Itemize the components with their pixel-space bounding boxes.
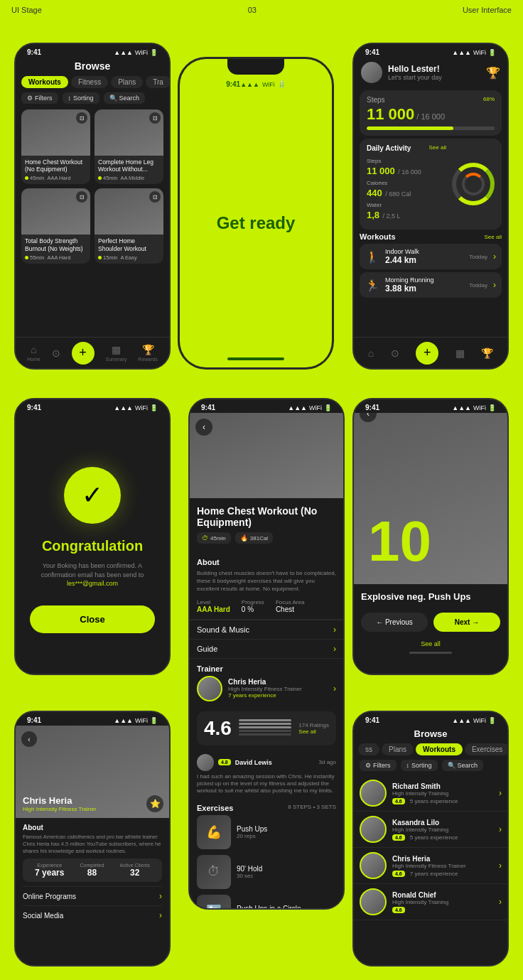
sound-music-row[interactable]: Sound & Music › (190, 620, 343, 639)
congrat-subtitle: Your Boking has been confirmed. A confir… (41, 562, 144, 578)
sorting-label-8: Sorting (411, 762, 432, 769)
see-all-daily[interactable]: See all (429, 144, 446, 155)
see-all-countdown[interactable]: See all (354, 639, 507, 649)
filters-btn[interactable]: ⚙ Filters (21, 92, 58, 104)
tab-tra[interactable]: Tra (146, 76, 169, 88)
completed-stat: Completed 88 (80, 863, 104, 878)
trainer-name-1: Richard Smith (392, 782, 493, 790)
tab-workouts[interactable]: Workouts (21, 76, 68, 88)
social-media-row[interactable]: Social Media › (23, 905, 162, 925)
tab-workouts2[interactable]: Workouts (416, 743, 463, 755)
rating-count: 174 Ratings (298, 722, 329, 728)
guide-row[interactable]: Guide › (190, 639, 343, 658)
workout-grid: ⊡ Home Chest Workout (No Equipment) 45mi… (16, 109, 169, 264)
experience-stat: Experience 7 years (35, 863, 64, 878)
congrat-title: Congratulation (42, 538, 143, 554)
online-programs-row[interactable]: Online Programs › (23, 886, 162, 905)
trainer-row[interactable]: Chris Heria High Intensity Fitness Train… (197, 676, 336, 701)
tab-ss[interactable]: ss (358, 743, 379, 755)
next-button[interactable]: Next → (433, 613, 500, 632)
ex-img-3: 🔄 (197, 895, 231, 908)
indoor-walk-item[interactable]: 🚶 Indoor Walk 2.44 km Todday › (360, 244, 502, 269)
countdown-controls: ← Previous Next → (354, 605, 507, 639)
exercise-3[interactable]: 🔄 Push Ups in a Circle 8 reps both direc… (197, 895, 336, 908)
nav-home-3[interactable]: ⌂ (368, 348, 374, 359)
workout-title-1: Home Chest Workout (No Equipment) (25, 158, 87, 173)
status-icons-5: ▲▲▲WiFi🔋 (288, 404, 332, 411)
sorting-btn-8[interactable]: ↕ Sorting (401, 760, 438, 771)
level-val: AAA Hard (197, 605, 230, 613)
status-icons-1: ▲▲▲WiFi🔋 (114, 49, 158, 56)
phone2-notch (227, 59, 284, 75)
workout-card-2[interactable]: ⊡ Complete Home Leg Workout Without... 4… (95, 109, 163, 184)
nav-home-label: Home (27, 357, 41, 362)
back-button-7[interactable]: ‹ (21, 731, 37, 747)
filters-btn-8[interactable]: ⚙ Filters (360, 760, 397, 771)
bookmark-1[interactable]: ⊡ (76, 112, 87, 124)
search-label-8: Search (458, 762, 478, 769)
indoor-walk-dist: 2.44 km (385, 255, 463, 265)
nav-home-1[interactable]: ⌂ Home (27, 344, 41, 362)
close-button[interactable]: Close (30, 605, 155, 633)
tab-fitness[interactable]: Fitness (71, 76, 108, 88)
chevron-t2: › (499, 824, 502, 834)
status-icons-8: ▲▲▲WiFi🔋 (452, 717, 496, 724)
nav-summary-1[interactable]: ▦ Summary (105, 344, 126, 362)
morning-run-item[interactable]: 🏃 Morning Running 3.88 km Todday › (360, 272, 502, 298)
trainer-avatar-4 (360, 888, 387, 915)
steps-sub-val: 11 000 (367, 166, 395, 176)
trainer-name-5: Chris Heria (228, 678, 328, 686)
nav-summary-3[interactable]: ▦ (455, 348, 465, 359)
trainer-hero: ‹ ⭐ Chris Heria High Intensity Fitness T… (16, 726, 169, 818)
trainer-item-2[interactable]: Kasandra Lilo High Intensity Training 4.… (354, 812, 507, 848)
nav-add-3[interactable]: + (416, 342, 438, 365)
status-bar-7: 9:41 ▲▲▲WiFi🔋 (16, 712, 169, 726)
bookmark-2[interactable]: ⊡ (149, 112, 161, 124)
workout-card-4[interactable]: ⊡ Perfect Home Shoulder Workout 15min A … (95, 188, 163, 263)
swipe-indicator (409, 652, 452, 654)
trainer-item-3[interactable]: Chris Heria High Intensity Fitness Train… (354, 848, 507, 884)
magnifier-icon: ⊙ (52, 348, 60, 359)
tab-plans2[interactable]: Plans (382, 743, 414, 755)
tab-plans[interactable]: Plans (111, 76, 143, 88)
review-text: I had such an amazing session with Chris… (197, 773, 336, 795)
search-btn[interactable]: 🔍 Search (104, 92, 146, 104)
chevron-t4: › (499, 897, 502, 907)
prev-button[interactable]: ← Previous (361, 613, 428, 632)
sort-icon: ↕ (68, 95, 72, 102)
reviewer-avatar (197, 754, 214, 771)
search-label: Search (119, 95, 140, 102)
cal-val: 440 (367, 188, 382, 198)
nav-search-3[interactable]: ⊙ (391, 348, 399, 359)
morning-run-name: Morning Running (385, 276, 463, 284)
completed-val: 88 (80, 868, 104, 878)
trainer-item-1[interactable]: Richard Smith High Intensity Training 4.… (354, 775, 507, 812)
status-icons-4: ▲▲▲WiFi🔋 (114, 404, 158, 411)
search-btn-8[interactable]: 🔍 Search (442, 760, 484, 771)
workouts-section-title: Workouts (360, 232, 396, 241)
tab-exercises[interactable]: Exercises (465, 743, 507, 755)
filter-row: ⚙ Filters ↕ Sorting 🔍 Search (16, 92, 169, 104)
workout-card-3[interactable]: ⊡ Total Body Strength Burnout (No Weight… (21, 188, 90, 263)
trainer-item-4[interactable]: Ronald Chief High Intensity Training 4.6… (354, 884, 507, 920)
exercise-2[interactable]: ⏱ 90' Hold 30 sec (197, 855, 336, 889)
phone-trainer-browse: 9:41 ▲▲▲WiFi🔋 Browse ss Plans Workouts E… (352, 711, 509, 966)
exercise-1[interactable]: 💪 Push Ups 20 reps (197, 815, 336, 849)
nav-rewards-3[interactable]: 🏆 (481, 348, 493, 359)
workout-card-1[interactable]: ⊡ Home Chest Workout (No Equipment) 45mi… (21, 109, 90, 184)
steps-pct: 68% (483, 96, 495, 105)
see-all-ratings[interactable]: See all (298, 728, 329, 735)
time-7: 9:41 (27, 716, 41, 724)
sorting-btn[interactable]: ↕ Sorting (63, 92, 99, 104)
workout-detail-content: Home Chest Workout (No Equipment) ⏱ 45mi… (190, 498, 343, 558)
nav-search-1[interactable]: ⊙ (52, 348, 60, 359)
badge-button-7[interactable]: ⭐ (146, 795, 163, 812)
nav-rewards-1[interactable]: 🏆 Rewards (138, 344, 158, 362)
workout-tabs: Workouts Fitness Plans Tra (16, 76, 169, 88)
back-button-5[interactable]: ‹ (195, 419, 212, 436)
see-all-workouts[interactable]: See all (485, 234, 502, 240)
water-label: Water (367, 202, 446, 208)
indoor-walk-name: Indoor Walk (385, 248, 463, 255)
nav-add-1[interactable]: + (72, 342, 95, 365)
phone-congratulation: 9:41 ▲▲▲WiFi🔋 ✓ Congratulation Your Boki… (14, 398, 171, 675)
